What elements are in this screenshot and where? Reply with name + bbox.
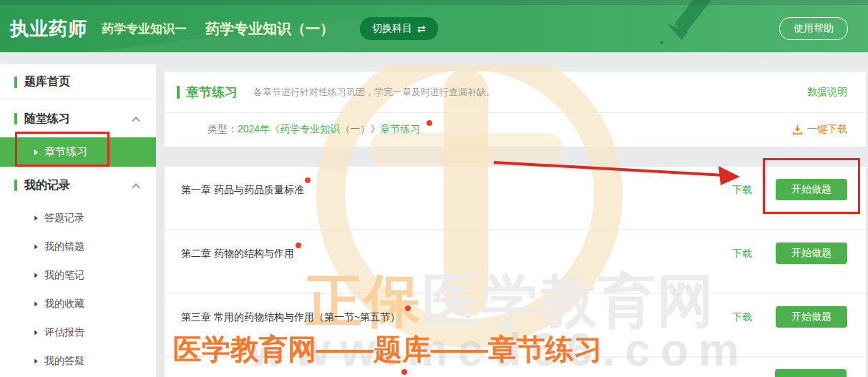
chapter-title: 第三章 常用的药物结构与作用（第一节~第五节）: [181, 306, 732, 328]
sidebar-item-my-questions[interactable]: 我的答疑: [0, 347, 156, 376]
sidebar-item-label: 我的笔记: [44, 269, 84, 282]
triangle-right-icon: [34, 215, 38, 220]
chapter-list: 第一章 药品与药品质量标准 下载 开始做题 第二章 药物的结构与作用 下载 开始…: [165, 167, 866, 377]
nav-item-subject-current[interactable]: 药学专业知识（一）: [205, 19, 334, 39]
sidebar-item-label: 我的错题: [44, 240, 84, 253]
sidebar: 题库首页 随堂练习 章节练习 我的记录 答题记录 我的错题 我的笔记: [0, 64, 156, 377]
green-bar-icon: [14, 113, 17, 124]
sidebar-group-records[interactable]: 我的记录: [0, 167, 156, 204]
batch-download-label: 一键下载: [807, 123, 847, 136]
sidebar-group-practice[interactable]: 随堂练习: [0, 100, 156, 137]
sidebar-item-assessment-report[interactable]: 评估报告: [0, 318, 156, 347]
chapter-row-partial: [165, 358, 866, 377]
download-link[interactable]: 下载: [732, 306, 752, 328]
start-practice-button[interactable]: 开始做题: [776, 306, 847, 328]
sidebar-item-my-favorites[interactable]: 我的收藏: [0, 290, 156, 318]
green-bar-icon: [14, 180, 17, 191]
download-link[interactable]: 下载: [732, 243, 752, 264]
start-practice-button[interactable]: 开始做题: [776, 179, 847, 200]
sidebar-item-label: 我的收藏: [44, 298, 84, 310]
triangle-right-icon: [34, 150, 38, 155]
green-bar-icon: [14, 77, 17, 88]
triangle-right-icon: [34, 244, 38, 249]
chapter-row: 第一章 药品与药品质量标准 下载 开始做题: [165, 167, 866, 230]
switch-subject-label: 切换科目: [372, 22, 412, 35]
sidebar-item-answer-records[interactable]: 答题记录: [0, 204, 156, 232]
chevron-up-icon: [132, 117, 140, 124]
type-value: 2024年《药学专业知识（一）》章节练习: [238, 123, 420, 136]
start-practice-button-partial[interactable]: [775, 369, 847, 377]
sidebar-item-label: 章节练习: [44, 145, 87, 159]
page-subtitle: 各章节进行针对性练习巩固，学完一章及时进行查漏补缺。: [253, 86, 495, 99]
page-title: 章节练习: [186, 84, 238, 101]
sidebar-item-label: 我的答疑: [44, 355, 84, 368]
batch-download-link[interactable]: 一键下载: [792, 123, 847, 136]
triangle-right-icon: [34, 273, 38, 278]
header-bar: 执业药师 药学专业知识一 药学专业知识（一） 切换科目 ⇄ 使用帮助: [0, 0, 868, 52]
app-window: 执业药师 药学专业知识一 药学专业知识（一） 切换科目 ⇄ 使用帮助 题库首页 …: [0, 0, 868, 377]
green-bar-icon: [177, 86, 180, 99]
sidebar-group-label: 我的记录: [24, 178, 70, 193]
triangle-right-icon: [34, 301, 38, 306]
switch-subject-button[interactable]: 切换科目 ⇄: [360, 17, 438, 40]
nav-item-course[interactable]: 药学专业知识一: [102, 21, 187, 37]
swap-arrows-icon: ⇄: [417, 24, 426, 34]
sidebar-item-label: 答题记录: [44, 212, 84, 225]
chapter-title: 第二章 药物的结构与作用: [181, 243, 732, 264]
chapter-row: 第三章 常用的药物结构与作用（第一节~第五节） 下载 开始做题: [165, 294, 866, 358]
section-panel: 章节练习 各章节进行针对性练习巩固，学完一章及时进行查漏补缺。 数据说明 类型：…: [165, 72, 866, 147]
chapter-row: 第二章 药物的结构与作用 下载 开始做题: [165, 230, 866, 294]
sidebar-item-home[interactable]: 题库首页: [0, 64, 156, 100]
data-description-link[interactable]: 数据说明: [807, 86, 847, 99]
chapter-title: 第一章 药品与药品质量标准: [181, 179, 732, 200]
sidebar-item-my-mistakes[interactable]: 我的错题: [0, 232, 156, 261]
type-label: 类型：: [208, 123, 238, 136]
start-practice-button[interactable]: 开始做题: [776, 243, 847, 264]
sidebar-item-my-notes[interactable]: 我的笔记: [0, 261, 156, 290]
sidebar-item-chapter-practice-active[interactable]: 章节练习: [0, 137, 156, 167]
sidebar-item-label: 题库首页: [24, 74, 70, 89]
download-icon: [792, 124, 803, 135]
chevron-up-icon: [132, 183, 140, 191]
triangle-right-icon: [34, 358, 38, 363]
sidebar-item-label: 评估报告: [44, 326, 84, 339]
sidebar-group-label: 随堂练习: [24, 112, 70, 127]
download-link[interactable]: 下载: [732, 179, 752, 200]
triangle-right-icon: [34, 330, 38, 335]
app-logo: 执业药师: [10, 16, 87, 41]
help-button[interactable]: 使用帮助: [779, 17, 848, 40]
